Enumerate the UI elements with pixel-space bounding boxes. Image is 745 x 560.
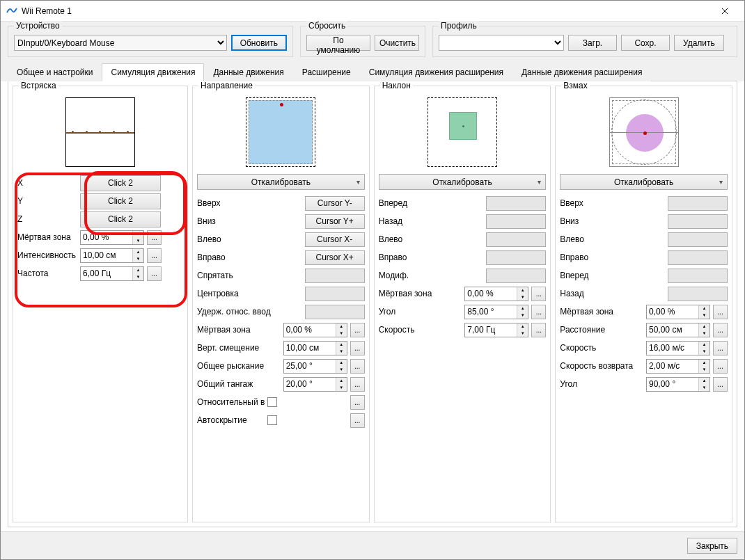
reset-group-label: Сбросить <box>306 21 347 31</box>
window-title: Wii Remote 1 <box>22 6 711 16</box>
swing-recalibrate[interactable]: Откалибровать <box>560 174 728 190</box>
row-shake-y: Y Click 2 <box>17 192 183 210</box>
more-button[interactable]: ... <box>713 323 728 337</box>
more-button[interactable]: ... <box>531 323 546 337</box>
more-button[interactable]: ... <box>147 266 162 281</box>
shake-deadzone-input[interactable]: ▲▼ <box>80 230 144 245</box>
clear-button[interactable]: Очистить <box>375 35 419 51</box>
dir-yaw-input[interactable]: ▲▼ <box>283 359 347 374</box>
swing-speed-input[interactable]: ▲▼ <box>646 341 710 355</box>
swing-back-button[interactable] <box>668 287 728 301</box>
row-shake-intensity: Интенсивность ▲▼ ... <box>17 246 183 264</box>
swing-deadzone-input[interactable]: ▲▼ <box>646 305 710 319</box>
shake-z-button[interactable]: Click 2 <box>80 211 161 227</box>
dir-right-button[interactable]: Cursor X+ <box>305 250 365 265</box>
dir-center-button[interactable] <box>305 287 365 301</box>
more-button[interactable]: ... <box>713 359 728 374</box>
direction-recalibrate[interactable]: Откалибровать <box>197 174 365 190</box>
more-button[interactable]: ... <box>713 341 728 355</box>
load-button[interactable]: Загр. <box>568 35 617 51</box>
tab-ext-motion-sim[interactable]: Симуляция движения расширения <box>360 63 512 81</box>
dir-deadzone-input[interactable]: ▲▼ <box>283 323 347 337</box>
swing-up-button[interactable] <box>668 196 728 211</box>
swing-angle-input[interactable]: ▲▼ <box>646 377 710 392</box>
more-button[interactable]: ... <box>350 413 365 428</box>
dir-vshift-input[interactable]: ▲▼ <box>283 341 347 355</box>
delete-button[interactable]: Удалить <box>674 35 724 51</box>
panel-swing: Взмах Откалибровать Вверх Вниз Влево Впр… <box>555 86 732 522</box>
tab-ext-motion-data[interactable]: Данные движения расширения <box>512 63 651 81</box>
swing-left-button[interactable] <box>668 232 728 247</box>
tilt-right-button[interactable] <box>486 250 546 265</box>
dir-autohide-checkbox[interactable] <box>267 415 277 425</box>
more-button[interactable]: ... <box>350 359 365 374</box>
device-group: Устройство DInput/0/Keyboard Mouse Обнов… <box>8 26 293 57</box>
tilt-viz <box>428 97 497 167</box>
panel-swing-label: Взмах <box>561 81 589 90</box>
swing-down-button[interactable] <box>668 214 728 229</box>
dir-hide-button[interactable] <box>305 269 365 283</box>
more-button[interactable]: ... <box>713 377 728 392</box>
dir-pitch-input[interactable]: ▲▼ <box>283 377 347 392</box>
more-button[interactable]: ... <box>147 248 162 263</box>
close-dialog-button[interactable]: Закрыть <box>687 538 737 554</box>
device-select[interactable]: DInput/0/Keyboard Mouse <box>14 35 227 51</box>
swing-retspeed-input[interactable]: ▲▼ <box>646 359 710 374</box>
titlebar: Wii Remote 1 <box>1 1 744 22</box>
more-button[interactable]: ... <box>350 341 365 355</box>
tab-motion-sim[interactable]: Симуляция движения <box>102 63 204 81</box>
profile-select[interactable] <box>439 35 564 51</box>
row-shake-frequency: Частота ▲▼ ... <box>17 264 183 282</box>
more-button[interactable]: ... <box>531 287 546 301</box>
more-button[interactable]: ... <box>531 305 546 319</box>
window: Wii Remote 1 Устройство DInput/0/Keyboar… <box>0 0 745 560</box>
shake-x-button[interactable]: Click 2 <box>80 175 161 191</box>
profile-group-label: Профиль <box>439 21 479 31</box>
swing-fwd-button[interactable] <box>668 269 728 283</box>
tilt-speed-input[interactable]: ▲▼ <box>464 323 528 337</box>
tilt-angle-input[interactable]: ▲▼ <box>464 305 528 319</box>
tab-content: Встряска X Click 2 Y Click 2 Z Click 2 М… <box>8 81 737 527</box>
more-button[interactable]: ... <box>147 230 162 245</box>
close-button[interactable] <box>711 1 739 21</box>
dir-up-button[interactable]: Cursor Y- <box>305 196 365 211</box>
tab-extension[interactable]: Расширение <box>293 63 360 81</box>
tilt-recalibrate[interactable]: Откалибровать <box>379 174 547 190</box>
swing-distance-input[interactable]: ▲▼ <box>646 323 710 337</box>
top-groups: Устройство DInput/0/Keyboard Mouse Обнов… <box>1 22 744 57</box>
more-button[interactable]: ... <box>350 323 365 337</box>
more-button[interactable]: ... <box>713 305 728 319</box>
tab-motion-data[interactable]: Данные движения <box>204 63 292 81</box>
more-button[interactable]: ... <box>350 377 365 392</box>
dir-holdrel-button[interactable] <box>305 305 365 319</box>
save-button[interactable]: Сохр. <box>621 35 670 51</box>
refresh-button[interactable]: Обновить <box>231 35 287 51</box>
tab-general[interactable]: Общее и настройки <box>8 63 102 81</box>
panel-direction: Направление Откалибровать ВверхCursor Y-… <box>192 86 370 522</box>
tilt-deadzone-input[interactable]: ▲▼ <box>464 287 528 301</box>
shake-viz <box>65 97 135 167</box>
device-group-label: Устройство <box>14 21 62 31</box>
panel-tilt-label: Наклон <box>380 81 413 90</box>
app-icon <box>6 6 17 17</box>
tilt-back-button[interactable] <box>486 214 546 229</box>
close-icon <box>721 8 728 15</box>
tilt-fwd-button[interactable] <box>486 196 546 211</box>
shake-intensity-input[interactable]: ▲▼ <box>80 248 144 263</box>
shake-y-button[interactable]: Click 2 <box>80 193 161 209</box>
more-button[interactable]: ... <box>350 395 365 410</box>
shake-frequency-input[interactable]: ▲▼ <box>80 266 144 281</box>
tilt-mod-button[interactable] <box>486 269 546 283</box>
panel-direction-label: Направление <box>198 81 255 90</box>
footer: Закрыть <box>1 531 744 559</box>
dir-down-button[interactable]: Cursor Y+ <box>305 214 365 229</box>
tilt-left-button[interactable] <box>486 232 546 247</box>
panel-tilt: Наклон Откалибровать Вперед Назад Влево … <box>374 86 551 522</box>
direction-viz <box>246 97 315 167</box>
swing-right-button[interactable] <box>668 250 728 265</box>
dir-relinput-checkbox[interactable] <box>267 397 277 407</box>
tab-strip: Общее и настройки Симуляция движения Дан… <box>1 57 744 81</box>
row-shake-z: Z Click 2 <box>17 210 183 228</box>
dir-left-button[interactable]: Cursor X- <box>305 232 365 247</box>
default-button[interactable]: По умолчанию <box>306 35 370 51</box>
